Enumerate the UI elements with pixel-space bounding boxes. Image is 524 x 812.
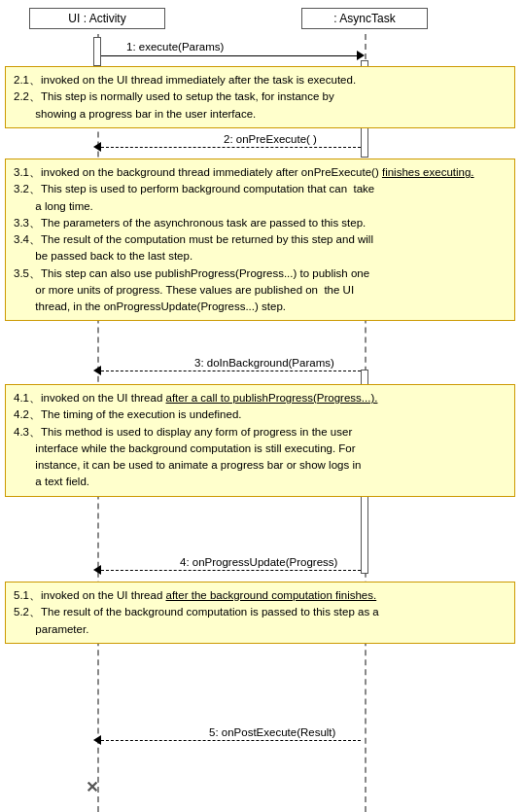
note2-line5: 3.4、The result of the computation must b… [14,231,507,248]
arrow4-line [101,570,361,571]
arrow5-head [93,735,101,745]
arrow1-text: 1: execute(Params) [126,41,224,53]
arrow2-head [93,142,101,152]
note3-line5: instance, it can be used to animate a pr… [14,457,507,474]
note3-line4: interface while the background computati… [14,441,507,457]
note2-box: 3.1、invoked on the background thread imm… [5,159,515,321]
note4-line1: 5.1、invoked on the UI thread after the b… [14,587,507,604]
note2-line2: 3.2、This step is used to perform backgro… [14,181,507,197]
arrow4-label: 4: onProgressUpdate(Progress) [180,556,337,568]
note4-box: 5.1、invoked on the UI thread after the b… [5,582,515,644]
note2-line7: 3.5、This step can also use publishProgre… [14,265,507,282]
note1-box: 2.1、invoked on the UI thread immediately… [5,66,515,128]
diagram-container: UI : Activity : AsyncTask 1: execute(Par… [0,0,524,812]
arrow5-text: 5: onPostExecute(Result) [209,726,335,738]
lifeline-ui: UI : Activity [29,8,165,29]
note3-line1: 4.1、invoked on the UI thread after a cal… [14,390,507,406]
arrow3-line [101,371,361,371]
note3-line6: a text field. [14,474,507,490]
lifeline-async: : AsyncTask [301,8,428,29]
lifeline-ui-label: UI : Activity [68,12,125,25]
note1-line2: 2.2、This step is normally used to setup … [14,88,507,105]
note2-line3: a long time. [14,198,507,215]
note1-line3: showing a progress bar in the user inter… [14,106,507,123]
note2-line4: 3.3、The parameters of the asynchronous t… [14,215,507,231]
arrow5-label: 5: onPostExecute(Result) [209,726,335,738]
note2-underline: finishes executing. [382,166,474,178]
arrow2-label: 2: onPreExecute( ) [224,133,317,145]
arrow3-head [93,366,101,375]
note1-line1: 2.1、invoked on the UI thread immediately… [14,72,507,88]
note2-line1: 3.1、invoked on the background thread imm… [14,164,507,181]
note2-line9: thread, in the onProgressUpdate(Progress… [14,299,507,315]
arrow2-line [101,147,361,148]
activation-ui-1 [93,37,101,66]
note3-underline1: after a call to publishProgress(Progress… [166,392,378,404]
arrow3-text: 3: doInBackground(Params) [194,357,334,369]
note4-underline1: after the background computation finishe… [166,589,377,601]
note3-line3: 4.3、This method is used to display any f… [14,424,507,441]
lifeline-async-label: : AsyncTask [333,12,395,25]
arrow1-label: 1: execute(Params) [126,41,224,53]
arrow5-line [101,740,361,741]
x-mark-ui: ✕ [86,778,98,796]
note3-box: 4.1、invoked on the UI thread after a cal… [5,384,515,497]
arrow2-text: 2: onPreExecute( ) [224,133,317,145]
arrow1-head [357,51,365,60]
arrow3-label: 3: doInBackground(Params) [194,357,334,369]
arrow4-head [93,565,101,575]
arrow1-line [101,55,361,56]
arrow4-text: 4: onProgressUpdate(Progress) [180,556,337,568]
note2-line8: or more units of progress. These values … [14,282,507,299]
note3-line2: 4.2、The timing of the execution is undef… [14,406,507,423]
note4-line3: parameter. [14,621,507,638]
note4-line2: 5.2、The result of the background computa… [14,604,507,620]
note2-line6: be passed back to the last step. [14,248,507,265]
